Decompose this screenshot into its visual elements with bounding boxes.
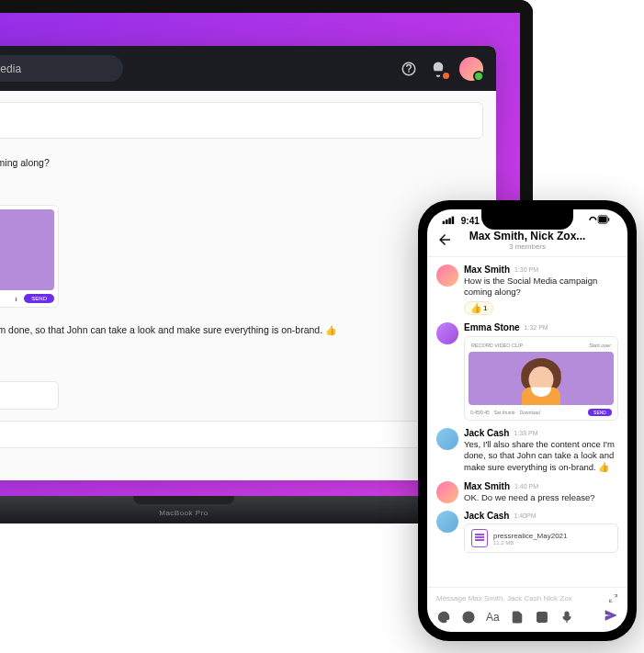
- user-avatar[interactable]: [459, 57, 483, 81]
- video-send-button[interactable]: SEND: [24, 294, 54, 303]
- format-icon[interactable]: Aa: [486, 611, 500, 624]
- file-icon[interactable]: [510, 610, 525, 625]
- phone-notch: [481, 209, 573, 230]
- phone-device: 9:41 Max Smith, Nick Zox... 3 members Ma…: [418, 200, 637, 641]
- phone-composer: Message Max Smith, Jack Cash Nick Zox Aa: [427, 587, 627, 632]
- message-timestamp: 32 PM: [0, 192, 483, 201]
- message-time: 1:32 PM: [525, 324, 548, 331]
- phone-messages[interactable]: Max Smith1:30 PM How is the Social Media…: [427, 257, 627, 587]
- video-card-footer: 0:45/0:45 ⬇ SEND: [0, 294, 54, 303]
- message-text: Social Media campaign coming along?: [0, 157, 483, 168]
- message-text: Yes, I'll also share the content once I'…: [464, 439, 618, 474]
- message-row: Max Smith1:40 PM OK. Do we need a press …: [436, 481, 618, 503]
- composer-placeholder: Message Max Smith, Jack Cash Nick Zox: [436, 594, 572, 602]
- video-thumbnail: [0, 209, 54, 290]
- svg-rect-1: [446, 220, 448, 224]
- message-timestamp: 1:38 PM: [0, 313, 483, 322]
- svg-point-8: [463, 612, 474, 623]
- attachment-card[interactable]: pressrealice_May2021 11.2 MB: [464, 524, 618, 553]
- avatar[interactable]: [436, 428, 458, 450]
- message-time: 1:40PM: [514, 512, 536, 519]
- svg-rect-0: [443, 221, 446, 224]
- mic-icon[interactable]: [559, 610, 574, 625]
- composer-toolbar: [0, 454, 483, 467]
- message-text: OK. Do we need a press release?: [464, 492, 618, 503]
- svg-rect-11: [537, 613, 547, 623]
- sender-name: Jack Cash: [464, 428, 509, 438]
- message-time: 1:40 PM: [514, 483, 538, 490]
- sender-name: Jack Cash: [464, 511, 509, 521]
- svg-rect-5: [599, 217, 606, 223]
- video-card-label: RECORD VIDEO CLIP: [471, 343, 523, 348]
- svg-rect-6: [608, 218, 609, 220]
- emoji-icon[interactable]: [461, 610, 476, 625]
- message-row: Max Smith1:30 PM How is the Social Media…: [436, 265, 618, 315]
- message-time: 1:38 PM: [514, 430, 537, 436]
- composer-input[interactable]: Message Max Smith, Jack Cash Nick Zox: [436, 593, 618, 608]
- message-text: How is the Social Media campaign coming …: [464, 276, 618, 298]
- desktop-topbar: Search Happy Media: [0, 46, 496, 91]
- video-download[interactable]: ⬇: [14, 296, 18, 302]
- message-composer[interactable]: nith, Nick Zox...: [0, 421, 483, 448]
- phone-header: Max Smith, Nick Zox... 3 members: [427, 226, 627, 257]
- video-thumbnail: [469, 352, 614, 405]
- message-timestamp: 1:40 PM: [0, 368, 483, 377]
- avatar[interactable]: [436, 265, 458, 287]
- battery-icon: [585, 215, 613, 226]
- attachment-name: pressrealice_May2021: [493, 532, 568, 540]
- conversation-title: h, Nick Zox...: [0, 112, 469, 129]
- sender-name: Max Smith: [464, 265, 510, 275]
- svg-rect-3: [452, 217, 455, 224]
- message-time: 1:30 PM: [514, 266, 538, 273]
- attachment-size: 11.2 MB: [493, 540, 568, 546]
- message-timestamp: 1:40 PM: [0, 341, 483, 350]
- reaction-chip[interactable]: 👍1: [464, 301, 493, 315]
- attachment-card[interactable]: essrealice_May2021 2 MB: [0, 381, 59, 410]
- video-set-thumb[interactable]: Set thumb: [494, 410, 515, 415]
- avatar[interactable]: [436, 481, 458, 503]
- expand-icon[interactable]: [608, 593, 618, 603]
- video-download[interactable]: Download: [520, 410, 540, 415]
- search-input[interactable]: Search Happy Media: [0, 55, 123, 82]
- message-text: need a press release?: [0, 352, 483, 363]
- video-startover[interactable]: Start over: [589, 343, 611, 348]
- send-button[interactable]: [604, 608, 618, 626]
- topbar-right: [401, 57, 483, 81]
- svg-point-9: [466, 615, 467, 616]
- svg-point-12: [539, 614, 541, 616]
- sender-name: Emma Stone: [464, 322, 520, 332]
- message-text: o share the content once I'm done, so th…: [0, 324, 483, 335]
- back-button[interactable]: [436, 231, 453, 252]
- video-card[interactable]: 0:45/0:45 ⬇ SEND: [0, 205, 59, 308]
- mention-icon[interactable]: [436, 610, 451, 625]
- image-icon[interactable]: [535, 610, 549, 625]
- sender-name: Max Smith: [464, 481, 510, 491]
- message-row: Jack Cash1:40PM pressrealice_May2021 11.…: [436, 511, 618, 553]
- svg-point-10: [469, 615, 470, 616]
- conversation-header[interactable]: h, Nick Zox...: [0, 102, 483, 139]
- notification-badge: [443, 73, 449, 79]
- attachment-name: essrealice_May2021: [0, 388, 49, 397]
- message-row: Emma Stone1:32 PM RECORD VIDEO CLIP Star…: [436, 322, 618, 421]
- chat-title[interactable]: Max Smith, Nick Zox...: [436, 230, 618, 242]
- notifications-icon[interactable]: [430, 61, 446, 77]
- message-row: Jack Cash1:38 PM Yes, I'll also share th…: [436, 428, 618, 474]
- message-timestamp: 1:30 PM: [0, 146, 483, 155]
- chat-subtitle: 3 members: [436, 242, 618, 251]
- composer-toolbar: Aa: [436, 608, 618, 626]
- attachment-size: 2 MB: [0, 397, 49, 403]
- file-icon: [471, 529, 488, 547]
- svg-rect-2: [448, 218, 451, 224]
- video-duration: 0:45/0:45: [470, 410, 490, 415]
- phone-screen: 9:41 Max Smith, Nick Zox... 3 members Ma…: [427, 209, 627, 632]
- signal-icon: 9:41: [442, 215, 480, 226]
- video-card[interactable]: RECORD VIDEO CLIP Start over 0:45/0:45 S…: [464, 336, 618, 421]
- composer-placeholder: nith, Nick Zox...: [0, 429, 473, 440]
- video-send-button[interactable]: SEND: [588, 409, 612, 416]
- avatar[interactable]: [436, 322, 458, 344]
- avatar[interactable]: [436, 511, 458, 533]
- laptop-brand-label: MacBook Pro: [159, 509, 209, 517]
- help-icon[interactable]: [401, 61, 417, 77]
- search-placeholder: Search Happy Media: [0, 62, 21, 75]
